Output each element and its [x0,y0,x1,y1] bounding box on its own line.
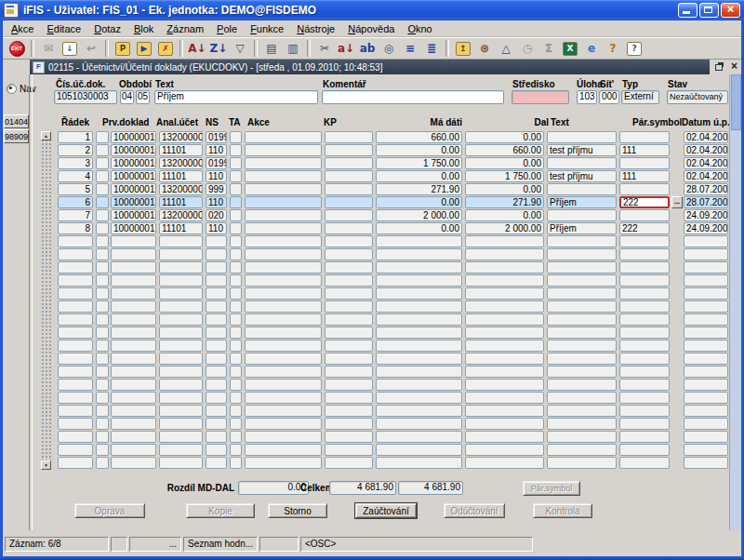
cell-ma-dati[interactable] [376,235,462,247]
cell-akce[interactable] [245,157,322,169]
cell-datum[interactable] [684,248,728,260]
cell-akce[interactable] [245,222,322,234]
cell-ns[interactable] [206,235,227,247]
cell-radek[interactable]: 8 [58,222,93,234]
duplicate-record-button[interactable]: ab [357,38,378,59]
cell-ns[interactable]: 020 [206,209,227,221]
cell-datum[interactable] [684,274,728,287]
cell-datum[interactable]: 28.07.2009 [684,196,728,208]
save-button[interactable]: ↓ [60,38,80,59]
obdobi-field-1[interactable]: 04 [120,90,134,104]
cell-radek[interactable]: 3 [58,157,93,169]
mdi-close-icon[interactable]: × [728,60,740,73]
cell-ta[interactable] [230,366,242,378]
cell-ma-dati[interactable]: 0.00 [376,170,462,182]
cell-akce[interactable] [245,366,322,378]
minimize-button[interactable] [678,3,698,18]
cell-par-symbol[interactable] [619,340,670,352]
cell-flag[interactable] [96,313,109,326]
cell-radek[interactable] [58,353,93,365]
cell-text[interactable] [547,313,617,326]
cell-flag[interactable] [96,183,109,195]
cell-kp[interactable] [325,287,373,300]
cell-text[interactable] [547,431,617,443]
cell-ma-dati[interactable]: 0.00 [376,144,462,156]
cell-akce[interactable] [245,131,322,143]
cell-ns[interactable] [206,353,227,365]
cell-akce[interactable] [245,340,322,352]
cell-text[interactable] [547,209,617,221]
cell-datum[interactable] [684,457,728,469]
cell-ma-dati[interactable]: 660.00 [376,131,462,143]
cell-ma-dati[interactable] [376,392,462,404]
cell-radek[interactable] [58,405,93,417]
cell-datum[interactable] [684,392,728,404]
cell-kp[interactable] [325,274,373,287]
exit-button[interactable]: EXIT [7,38,27,59]
cell-text[interactable] [547,157,617,169]
cell-text[interactable] [547,300,617,313]
cell-anal-ucet[interactable]: 132000001 [159,157,203,169]
cell-ta[interactable] [230,300,242,313]
cell-ma-dati[interactable]: 2 000.00 [376,209,462,221]
cell-ma-dati[interactable] [376,418,462,430]
cell-radek[interactable] [58,300,93,313]
cell-akce[interactable] [245,196,322,208]
cell-ns[interactable] [206,405,227,417]
cell-datum[interactable] [684,340,728,352]
cell-ma-dati[interactable] [376,300,462,313]
cell-dal[interactable] [465,274,544,287]
cell-flag[interactable] [96,287,109,300]
cell-kp[interactable] [325,327,373,339]
menu-zznam[interactable]: Záznam [160,21,210,36]
cell-anal-ucet[interactable] [159,235,203,247]
cell-kp[interactable] [325,235,373,247]
cell-radek[interactable] [58,366,93,378]
cell-text[interactable] [547,248,617,260]
cell-anal-ucet[interactable] [159,353,203,365]
cell-par-symbol[interactable] [619,353,670,365]
cell-prv-doklad[interactable] [111,300,156,313]
cell-ta[interactable] [230,444,242,456]
cell-par-symbol[interactable]: 222 [619,222,670,234]
cell-kp[interactable] [325,248,373,260]
cell-text[interactable] [547,366,617,378]
cell-datum[interactable] [684,405,728,417]
cell-prv-doklad[interactable]: 1000000166 [111,131,156,143]
cell-anal-ucet[interactable]: 11101 [159,144,203,156]
cell-anal-ucet[interactable] [159,444,203,456]
cell-ns[interactable] [206,444,227,456]
cell-text[interactable] [547,405,617,417]
cell-dal[interactable] [465,418,544,430]
cell-prv-doklad[interactable] [111,340,156,352]
cell-text[interactable] [547,131,617,143]
cell-ns[interactable] [206,261,227,273]
cell-ns[interactable]: 110 [206,196,227,208]
cell-text[interactable] [547,353,617,365]
cell-flag[interactable] [96,353,109,365]
cell-prv-doklad[interactable]: 1000000173 [111,222,156,234]
cell-akce[interactable] [245,287,322,300]
cell-datum[interactable] [684,287,728,300]
cell-radek[interactable] [58,327,93,339]
cell-dal[interactable] [465,379,544,391]
cell-text[interactable]: Příjem [547,196,617,208]
detail-list-button[interactable]: ≣ [421,38,442,59]
menu-pole[interactable]: Pole [210,21,244,36]
canvas-scrollbar[interactable] [729,74,741,530]
cell-prv-doklad[interactable] [111,444,156,456]
cell-flag[interactable] [96,248,109,260]
context-help-button[interactable]: ? [624,38,644,59]
cell-kp[interactable] [325,222,373,234]
cell-kp[interactable] [325,392,373,404]
cell-prv-doklad[interactable] [111,405,156,417]
cell-akce[interactable] [245,248,322,260]
cell-akce[interactable] [245,379,322,391]
cell-ta[interactable] [230,327,242,339]
cell-ta[interactable] [230,248,242,260]
cell-ns[interactable] [206,392,227,404]
cell-par-symbol[interactable] [619,209,670,221]
cell-anal-ucet[interactable] [159,418,203,430]
cell-ta[interactable] [230,313,242,326]
menu-npovda[interactable]: Nápověda [341,21,401,36]
